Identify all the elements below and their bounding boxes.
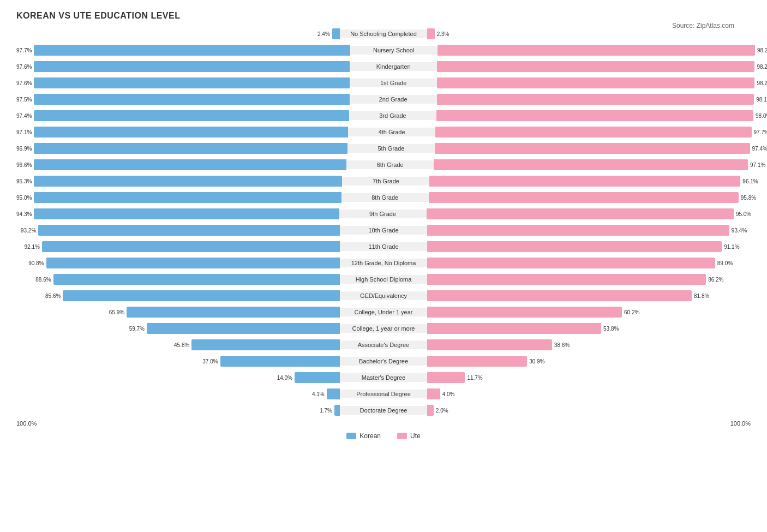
right-bar [427,208,734,219]
right-value: 81.8% [694,293,709,299]
chart-row: 4.1% Professional Degree 4.0% [16,386,751,402]
right-value: 93.4% [732,228,747,234]
left-value: 97.6% [16,80,32,86]
right-value: 95.8% [741,195,756,201]
chart-row: 97.4% 3rd Grade 98.0% [16,108,751,123]
left-side: 90.8% [16,255,340,271]
right-value: 97.7% [754,129,767,135]
right-bar [427,241,722,252]
chart-row: 90.8% 12th Grade, No Diploma 89.0% [16,255,751,271]
left-value: 90.8% [28,260,44,266]
chart-row: 93.2% 10th Grade 93.4% [16,223,751,238]
chart-row: 1.7% Doctorate Degree 2.0% [16,403,751,418]
chart-row: 97.6% 1st Grade 98.2% [16,75,751,91]
right-value: 91.1% [724,244,739,250]
right-value: 4.0% [442,391,455,397]
row-label: 12th Grade, No Diploma [340,259,427,267]
chart-row: 92.1% 11th Grade 91.1% [16,239,751,254]
right-bar [427,28,435,39]
left-side: 1.7% [16,403,340,418]
legend-korean: Korean [346,432,381,440]
row-label: 5th Grade [347,144,435,153]
right-bar [427,339,552,350]
left-value: 94.3% [16,211,32,217]
chart-row: 96.6% 6th Grade 97.1% [16,157,751,172]
left-side: 92.1% [16,239,340,254]
right-side: 38.6% [427,337,751,352]
right-side: 98.1% [437,92,767,107]
legend-ute-box [397,433,407,439]
right-bar [427,356,527,367]
row-label: Nursery School [350,46,438,55]
right-value: 2.0% [436,408,448,414]
left-bar [127,307,340,318]
left-bar [34,159,346,170]
left-value: 88.6% [35,277,51,283]
right-bar [427,225,729,236]
left-bar [53,274,340,285]
left-side: 97.1% [16,124,348,140]
chart-title: KOREAN VS UTE EDUCATION LEVEL [16,11,751,21]
right-side: 93.4% [427,223,751,238]
chart-row: 97.5% 2nd Grade 98.1% [16,92,751,107]
left-bar [34,94,349,105]
left-bar [147,323,340,334]
row-label: 7th Grade [342,177,429,186]
right-value: 60.2% [624,309,639,315]
row-label: 6th Grade [346,160,434,169]
left-value: 95.3% [16,178,32,184]
right-side: 98.2% [437,75,767,91]
left-side: 88.6% [16,272,340,287]
left-value: 65.9% [109,309,124,315]
left-side: 97.6% [16,59,350,74]
right-bar [427,290,692,301]
right-side: 53.8% [427,321,751,336]
right-bar [438,45,755,56]
row-label: Master's Degree [340,373,427,382]
right-bar [427,388,440,399]
axis-left: 100.0% [16,420,37,427]
left-side: 4.1% [16,386,340,402]
left-bar [34,143,347,154]
left-side: 65.9% [16,304,340,320]
chart-row: 97.1% 4th Grade 97.7% [16,124,751,140]
right-side: 98.0% [436,108,767,123]
row-label: 4th Grade [348,128,435,136]
left-side: 45.8% [16,337,340,352]
chart-row: 14.0% Master's Degree 11.7% [16,370,751,385]
left-value: 93.2% [21,228,36,234]
legend: Korean Ute [16,432,751,440]
left-side: 97.6% [16,75,350,91]
row-label: College, 1 year or more [340,324,427,333]
row-label: Doctorate Degree [340,406,427,415]
left-side: 96.9% [16,141,347,156]
right-side: 95.8% [429,190,756,205]
left-bar [38,225,340,236]
right-bar [427,258,715,268]
right-bar [427,307,622,318]
left-side: 97.5% [16,92,350,107]
left-value: 37.0% [202,358,218,364]
right-bar [427,372,465,383]
axis-labels: 100.0% 100.0% [16,420,751,427]
row-label: Bachelor's Degree [340,357,427,366]
right-value: 89.0% [717,260,733,266]
right-bar [437,77,754,88]
row-label: 11th Grade [340,242,427,251]
chart-row: 37.0% Bachelor's Degree 30.9% [16,354,751,369]
row-label: 1st Grade [350,79,437,87]
left-bar [63,290,340,301]
left-side: 97.7% [16,43,350,58]
right-side: 11.7% [427,370,751,385]
right-value: 98.1% [756,97,767,103]
chart-container: 2.4% No Schooling Completed 2.3% 97.7% N… [16,26,751,418]
right-side: 98.2% [437,59,767,74]
row-label: Associate's Degree [340,340,427,349]
right-value: 95.0% [736,211,751,217]
right-bar [429,192,739,203]
legend-ute: Ute [397,432,421,440]
left-bar [295,372,340,383]
chart-row: 45.8% Associate's Degree 38.6% [16,337,751,352]
left-bar [46,258,340,268]
left-value: 97.4% [16,113,32,119]
